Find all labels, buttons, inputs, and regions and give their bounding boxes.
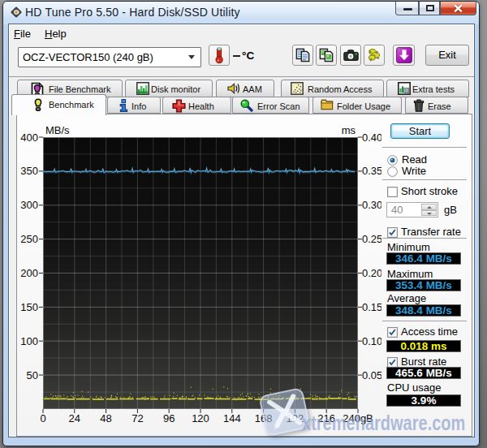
svg-text:ms: ms <box>342 124 356 136</box>
svg-text:MB/s: MB/s <box>45 124 70 136</box>
svg-text:0.15: 0.15 <box>362 301 381 313</box>
svg-text:24: 24 <box>69 412 80 424</box>
svg-text:0.25: 0.25 <box>362 233 381 245</box>
svg-text:50: 50 <box>27 369 38 381</box>
svg-text:0.30: 0.30 <box>362 199 381 211</box>
svg-text:350: 350 <box>20 165 38 177</box>
svg-text:48: 48 <box>100 412 111 424</box>
svg-text:0.05: 0.05 <box>362 369 381 381</box>
svg-text:144: 144 <box>223 412 241 424</box>
svg-text:400: 400 <box>20 131 38 144</box>
svg-text:72: 72 <box>131 412 143 424</box>
svg-text:0.35: 0.35 <box>362 165 381 177</box>
svg-text:0.10: 0.10 <box>362 335 381 347</box>
svg-text:200: 200 <box>20 267 38 279</box>
svg-text:250: 250 <box>20 233 38 245</box>
svg-text:150: 150 <box>20 301 38 313</box>
svg-text:0.20: 0.20 <box>362 267 381 279</box>
svg-text:100: 100 <box>20 335 38 347</box>
svg-text:96: 96 <box>163 412 175 424</box>
svg-text:300: 300 <box>20 199 38 211</box>
svg-text:120: 120 <box>192 412 209 424</box>
svg-text:0.40: 0.40 <box>362 131 381 144</box>
svg-text:0: 0 <box>40 412 45 424</box>
